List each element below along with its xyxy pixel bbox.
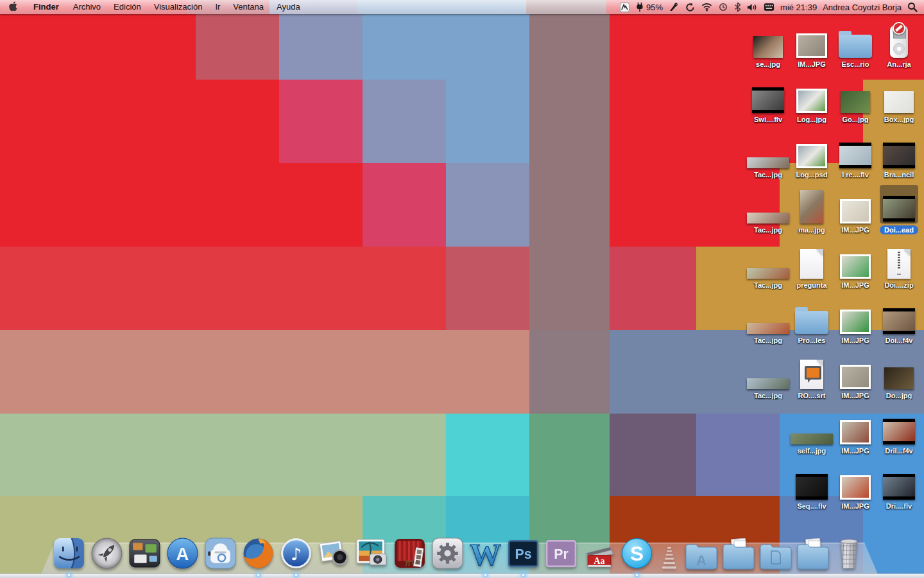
icon-thumb[interactable] [747, 130, 789, 168]
dock-item-toast-titanium[interactable] [202, 535, 239, 572]
desktop-icon-doi-f4v[interactable]: Doi...f4v [875, 295, 923, 345]
icon-thumb[interactable] [795, 295, 828, 334]
dock-item-photo-booth[interactable] [391, 535, 428, 572]
icon-thumb[interactable] [747, 240, 789, 279]
ink-pen-icon[interactable] [669, 2, 679, 12]
desktop-icon-im-jpg[interactable]: IM...JPG [831, 351, 880, 400]
dock-item-system-preferences[interactable] [429, 535, 466, 572]
dock-item-photoshop[interactable]: Ps [505, 535, 542, 572]
time-machine-icon[interactable] [718, 2, 728, 12]
icon-thumb[interactable] [883, 406, 915, 444]
desktop-icon-tac-jpg[interactable]: Tac...jpg [744, 185, 792, 234]
icon-thumb[interactable] [887, 240, 911, 279]
desktop-icon-tac-jpg[interactable]: Tac...jpg [744, 240, 792, 290]
menu-clock[interactable]: mié 21:39 [780, 3, 817, 12]
dock-item-finder[interactable] [51, 535, 87, 572]
desktop-icon-i-re-flv[interactable]: I re....flv [831, 130, 880, 179]
icon-thumb[interactable] [747, 351, 789, 389]
desktop-icon-doi-ead[interactable]: Doi...ead [875, 185, 923, 234]
icon-thumb[interactable] [840, 240, 871, 279]
volume-icon[interactable] [747, 3, 758, 12]
desktop-icon-tac-jpg[interactable]: Tac...jpg [744, 295, 792, 345]
spotlight-icon[interactable] [907, 2, 918, 12]
desktop-icon-im-jpg[interactable]: IM...JPG [831, 295, 880, 345]
adobe-updater-icon[interactable] [620, 3, 629, 12]
desktop-icon-log-psd[interactable]: Log...psd [787, 130, 836, 179]
bluetooth-icon[interactable] [734, 2, 741, 12]
desktop-icon-log-jpg[interactable]: Log...jpg [787, 74, 836, 124]
desktop-icon-ma-jpg[interactable]: ma...jpg [787, 185, 836, 234]
icon-thumb[interactable] [884, 74, 914, 113]
icon-thumb[interactable] [747, 295, 789, 334]
icon-thumb[interactable] [883, 130, 915, 168]
desktop-icon-box-jpg[interactable]: Box...jpg [875, 74, 923, 124]
icon-thumb[interactable] [791, 406, 833, 444]
desktop-icon-dril-f4v[interactable]: Dril...f4v [875, 406, 923, 455]
icon-thumb[interactable] [800, 240, 823, 279]
icon-thumb[interactable] [796, 461, 828, 500]
icon-thumb[interactable] [883, 461, 915, 500]
icon-thumb[interactable] [796, 130, 827, 168]
keyboard-viewer-icon[interactable] [764, 3, 774, 12]
icon-thumb[interactable] [840, 351, 871, 389]
icon-thumb[interactable] [880, 185, 918, 223]
desktop-icon-tac-jpg[interactable]: Tac...jpg [744, 351, 792, 400]
desktop-icon-seq-flv[interactable]: Seq....flv [787, 461, 836, 511]
desktop-icon-bra-ncil[interactable]: Bra...ncil [875, 130, 923, 179]
battery-status[interactable]: 95% [635, 2, 663, 12]
desktop-icon-self-jpg[interactable]: self...jpg [787, 406, 836, 455]
desktop-icon-im-jpg[interactable]: IM...JPG [831, 240, 880, 290]
icon-thumb[interactable] [883, 295, 915, 334]
icon-thumb[interactable] [840, 295, 871, 334]
desktop-icon-im-jpg[interactable]: IM...JPG [831, 406, 880, 455]
desktop-icon-im-jpg[interactable]: IM...JPG [831, 185, 880, 234]
dock-item-microsoft-word[interactable]: W [467, 535, 504, 572]
desktop-icon-go-jpg[interactable]: Go...jpg [831, 74, 880, 124]
dock-item-preview[interactable] [316, 535, 352, 572]
menu-item-visualizacin[interactable]: Visualización [148, 0, 209, 14]
menu-item-edicin[interactable]: Edición [107, 0, 148, 14]
desktop-icon-esc-rio[interactable]: Esc...rio [831, 19, 880, 69]
user-switcher[interactable]: Andrea Coyotzi Borja [823, 3, 902, 12]
dock-item-documents-folder[interactable] [758, 538, 794, 572]
icon-thumb[interactable] [840, 406, 871, 444]
dock-item-documents-stack[interactable] [795, 538, 831, 572]
dock-item-downloads-stack[interactable] [721, 538, 757, 572]
icon-thumb[interactable] [840, 461, 871, 500]
desktop-icon-im-jpg[interactable]: IM...JPG [831, 461, 880, 511]
dock-item-firefox[interactable] [240, 535, 277, 572]
desktop-icon-pregunta[interactable]: pregunta [787, 240, 836, 290]
sync-icon[interactable] [685, 2, 696, 13]
desktop-icon-doi-zip[interactable]: Doi....zip [875, 240, 923, 290]
icon-thumb[interactable] [840, 185, 871, 223]
icon-thumb[interactable] [839, 130, 871, 168]
dock-item-itunes[interactable]: ♪ [278, 535, 314, 572]
dock-item-iphoto[interactable] [354, 535, 390, 572]
dock-item-app-store[interactable]: A [164, 535, 201, 572]
icon-thumb[interactable] [752, 74, 784, 113]
dock-item-premiere-pro[interactable]: Pr [543, 535, 579, 572]
menu-item-finder[interactable]: Finder [27, 0, 67, 14]
desktop-icon-dri-flv[interactable]: Dri....flv [875, 461, 923, 511]
icon-thumb[interactable] [884, 351, 914, 389]
icon-thumb[interactable] [747, 185, 789, 223]
icon-thumb[interactable] [796, 74, 827, 113]
desktop-icon-do-jpg[interactable]: Do...jpg [875, 351, 923, 400]
dock-item-skype[interactable]: S [619, 535, 655, 572]
dock-item-launchpad[interactable] [89, 535, 125, 572]
icon-thumb[interactable] [841, 74, 870, 113]
apple-menu[interactable] [0, 1, 27, 13]
desktop-icon-im-jpg[interactable]: IM...JPG [787, 19, 836, 69]
dock-item-applications-folder[interactable]: A [683, 538, 719, 572]
wifi-icon[interactable] [701, 3, 712, 12]
dock-item-dictionary[interactable]: Aa [581, 535, 617, 572]
desktop-icon-tac-jpg[interactable]: Tac...jpg [744, 130, 792, 179]
menu-item-ventana[interactable]: Ventana [227, 0, 270, 14]
desktop-icon-se-jpg[interactable]: se...jpg [744, 19, 792, 69]
icon-thumb[interactable] [839, 19, 872, 58]
dock-item-mission-control[interactable] [126, 535, 163, 572]
icon-thumb[interactable] [800, 351, 823, 389]
desktop-icon-pro-les[interactable]: Pro...les [787, 295, 836, 345]
dock-item-trash[interactable] [832, 535, 866, 572]
icon-thumb[interactable] [890, 19, 908, 58]
